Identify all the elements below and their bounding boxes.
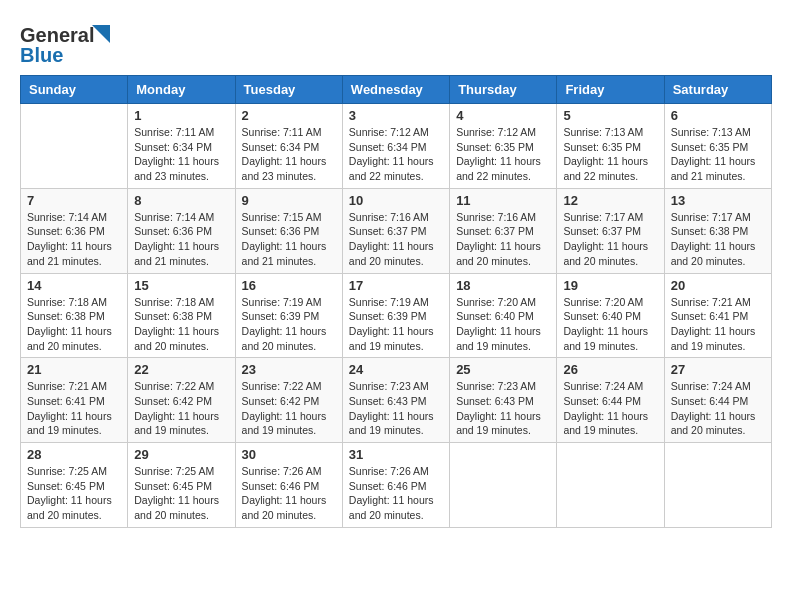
calendar-cell: 15Sunrise: 7:18 AMSunset: 6:38 PMDayligh… [128, 273, 235, 358]
calendar-cell: 6Sunrise: 7:13 AMSunset: 6:35 PMDaylight… [664, 104, 771, 189]
svg-text:Blue: Blue [20, 44, 63, 65]
day-number: 28 [27, 447, 121, 462]
day-number: 30 [242, 447, 336, 462]
cell-info: Sunrise: 7:25 AMSunset: 6:45 PMDaylight:… [27, 464, 121, 523]
calendar-header: SundayMondayTuesdayWednesdayThursdayFrid… [21, 76, 772, 104]
cell-info: Sunrise: 7:19 AMSunset: 6:39 PMDaylight:… [349, 295, 443, 354]
week-row-4: 21Sunrise: 7:21 AMSunset: 6:41 PMDayligh… [21, 358, 772, 443]
calendar-cell: 3Sunrise: 7:12 AMSunset: 6:34 PMDaylight… [342, 104, 449, 189]
day-number: 13 [671, 193, 765, 208]
cell-info: Sunrise: 7:20 AMSunset: 6:40 PMDaylight:… [456, 295, 550, 354]
calendar-cell: 28Sunrise: 7:25 AMSunset: 6:45 PMDayligh… [21, 443, 128, 528]
day-number: 7 [27, 193, 121, 208]
cell-info: Sunrise: 7:21 AMSunset: 6:41 PMDaylight:… [27, 379, 121, 438]
calendar-cell: 26Sunrise: 7:24 AMSunset: 6:44 PMDayligh… [557, 358, 664, 443]
day-header-saturday: Saturday [664, 76, 771, 104]
cell-info: Sunrise: 7:11 AMSunset: 6:34 PMDaylight:… [242, 125, 336, 184]
cell-info: Sunrise: 7:14 AMSunset: 6:36 PMDaylight:… [134, 210, 228, 269]
calendar-cell: 8Sunrise: 7:14 AMSunset: 6:36 PMDaylight… [128, 188, 235, 273]
day-number: 24 [349, 362, 443, 377]
calendar-cell: 23Sunrise: 7:22 AMSunset: 6:42 PMDayligh… [235, 358, 342, 443]
week-row-1: 1Sunrise: 7:11 AMSunset: 6:34 PMDaylight… [21, 104, 772, 189]
day-number: 15 [134, 278, 228, 293]
day-number: 26 [563, 362, 657, 377]
cell-info: Sunrise: 7:22 AMSunset: 6:42 PMDaylight:… [242, 379, 336, 438]
calendar-cell: 4Sunrise: 7:12 AMSunset: 6:35 PMDaylight… [450, 104, 557, 189]
day-number: 27 [671, 362, 765, 377]
calendar-cell: 11Sunrise: 7:16 AMSunset: 6:37 PMDayligh… [450, 188, 557, 273]
day-number: 18 [456, 278, 550, 293]
day-number: 23 [242, 362, 336, 377]
calendar-body: 1Sunrise: 7:11 AMSunset: 6:34 PMDaylight… [21, 104, 772, 528]
calendar-cell: 25Sunrise: 7:23 AMSunset: 6:43 PMDayligh… [450, 358, 557, 443]
day-number: 12 [563, 193, 657, 208]
day-number: 31 [349, 447, 443, 462]
calendar-cell: 17Sunrise: 7:19 AMSunset: 6:39 PMDayligh… [342, 273, 449, 358]
cell-info: Sunrise: 7:13 AMSunset: 6:35 PMDaylight:… [563, 125, 657, 184]
cell-info: Sunrise: 7:18 AMSunset: 6:38 PMDaylight:… [27, 295, 121, 354]
cell-info: Sunrise: 7:22 AMSunset: 6:42 PMDaylight:… [134, 379, 228, 438]
calendar-table: SundayMondayTuesdayWednesdayThursdayFrid… [20, 75, 772, 528]
cell-info: Sunrise: 7:17 AMSunset: 6:38 PMDaylight:… [671, 210, 765, 269]
cell-info: Sunrise: 7:17 AMSunset: 6:37 PMDaylight:… [563, 210, 657, 269]
day-number: 6 [671, 108, 765, 123]
calendar-cell: 29Sunrise: 7:25 AMSunset: 6:45 PMDayligh… [128, 443, 235, 528]
day-number: 14 [27, 278, 121, 293]
day-number: 2 [242, 108, 336, 123]
day-header-sunday: Sunday [21, 76, 128, 104]
calendar-cell: 18Sunrise: 7:20 AMSunset: 6:40 PMDayligh… [450, 273, 557, 358]
calendar-cell [450, 443, 557, 528]
day-number: 10 [349, 193, 443, 208]
calendar-cell: 16Sunrise: 7:19 AMSunset: 6:39 PMDayligh… [235, 273, 342, 358]
calendar-cell: 13Sunrise: 7:17 AMSunset: 6:38 PMDayligh… [664, 188, 771, 273]
day-header-thursday: Thursday [450, 76, 557, 104]
day-number: 4 [456, 108, 550, 123]
cell-info: Sunrise: 7:26 AMSunset: 6:46 PMDaylight:… [242, 464, 336, 523]
calendar-cell: 12Sunrise: 7:17 AMSunset: 6:37 PMDayligh… [557, 188, 664, 273]
day-number: 11 [456, 193, 550, 208]
logo: GeneralBlue [20, 20, 120, 65]
calendar-cell: 14Sunrise: 7:18 AMSunset: 6:38 PMDayligh… [21, 273, 128, 358]
day-number: 25 [456, 362, 550, 377]
svg-text:General: General [20, 24, 94, 46]
day-number: 29 [134, 447, 228, 462]
day-number: 9 [242, 193, 336, 208]
calendar-cell: 27Sunrise: 7:24 AMSunset: 6:44 PMDayligh… [664, 358, 771, 443]
cell-info: Sunrise: 7:18 AMSunset: 6:38 PMDaylight:… [134, 295, 228, 354]
cell-info: Sunrise: 7:26 AMSunset: 6:46 PMDaylight:… [349, 464, 443, 523]
calendar-cell [664, 443, 771, 528]
week-row-5: 28Sunrise: 7:25 AMSunset: 6:45 PMDayligh… [21, 443, 772, 528]
week-row-2: 7Sunrise: 7:14 AMSunset: 6:36 PMDaylight… [21, 188, 772, 273]
calendar-cell: 21Sunrise: 7:21 AMSunset: 6:41 PMDayligh… [21, 358, 128, 443]
cell-info: Sunrise: 7:13 AMSunset: 6:35 PMDaylight:… [671, 125, 765, 184]
day-number: 1 [134, 108, 228, 123]
calendar-cell: 9Sunrise: 7:15 AMSunset: 6:36 PMDaylight… [235, 188, 342, 273]
cell-info: Sunrise: 7:24 AMSunset: 6:44 PMDaylight:… [671, 379, 765, 438]
cell-info: Sunrise: 7:23 AMSunset: 6:43 PMDaylight:… [456, 379, 550, 438]
page-header: GeneralBlue [20, 20, 772, 65]
calendar-cell: 31Sunrise: 7:26 AMSunset: 6:46 PMDayligh… [342, 443, 449, 528]
day-number: 19 [563, 278, 657, 293]
calendar-cell: 24Sunrise: 7:23 AMSunset: 6:43 PMDayligh… [342, 358, 449, 443]
day-number: 17 [349, 278, 443, 293]
cell-info: Sunrise: 7:12 AMSunset: 6:34 PMDaylight:… [349, 125, 443, 184]
cell-info: Sunrise: 7:15 AMSunset: 6:36 PMDaylight:… [242, 210, 336, 269]
day-header-friday: Friday [557, 76, 664, 104]
calendar-cell: 7Sunrise: 7:14 AMSunset: 6:36 PMDaylight… [21, 188, 128, 273]
svg-marker-2 [92, 25, 110, 43]
cell-info: Sunrise: 7:12 AMSunset: 6:35 PMDaylight:… [456, 125, 550, 184]
cell-info: Sunrise: 7:24 AMSunset: 6:44 PMDaylight:… [563, 379, 657, 438]
week-row-3: 14Sunrise: 7:18 AMSunset: 6:38 PMDayligh… [21, 273, 772, 358]
calendar-cell: 1Sunrise: 7:11 AMSunset: 6:34 PMDaylight… [128, 104, 235, 189]
calendar-cell: 19Sunrise: 7:20 AMSunset: 6:40 PMDayligh… [557, 273, 664, 358]
calendar-cell: 22Sunrise: 7:22 AMSunset: 6:42 PMDayligh… [128, 358, 235, 443]
day-header-tuesday: Tuesday [235, 76, 342, 104]
cell-info: Sunrise: 7:23 AMSunset: 6:43 PMDaylight:… [349, 379, 443, 438]
calendar-cell: 2Sunrise: 7:11 AMSunset: 6:34 PMDaylight… [235, 104, 342, 189]
cell-info: Sunrise: 7:20 AMSunset: 6:40 PMDaylight:… [563, 295, 657, 354]
day-number: 16 [242, 278, 336, 293]
calendar-cell [21, 104, 128, 189]
day-header-monday: Monday [128, 76, 235, 104]
header-row: SundayMondayTuesdayWednesdayThursdayFrid… [21, 76, 772, 104]
day-number: 5 [563, 108, 657, 123]
